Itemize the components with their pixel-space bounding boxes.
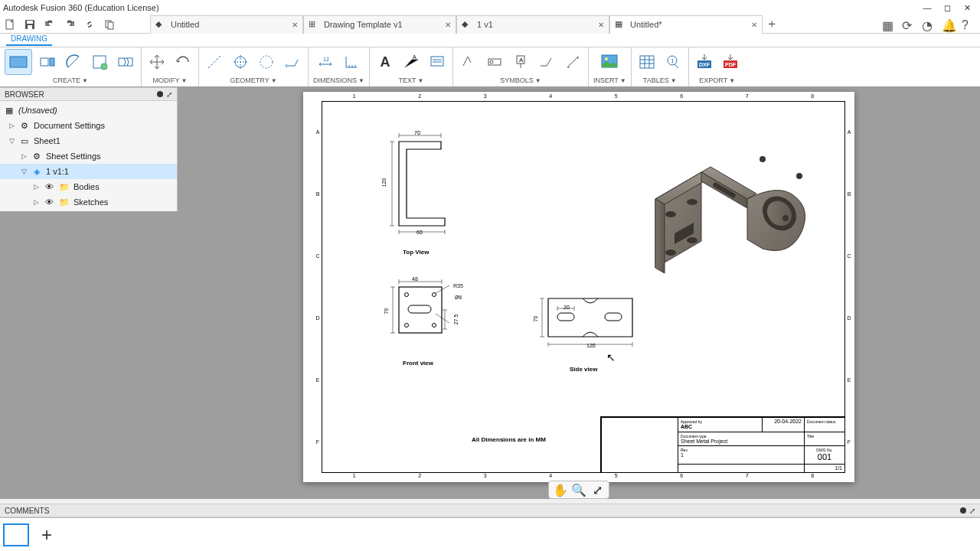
close-button[interactable]: ✕: [957, 3, 977, 13]
base-view-button[interactable]: [5, 49, 32, 75]
move-button[interactable]: [146, 51, 168, 73]
svg-point-22: [605, 57, 608, 60]
sheet-tabs: +: [0, 517, 980, 551]
link-button[interactable]: [80, 15, 100, 34]
svg-rect-6: [10, 57, 27, 67]
close-icon[interactable]: ✕: [751, 21, 757, 29]
tree-bodies[interactable]: ▷👁📁Bodies: [0, 179, 177, 194]
leader-button[interactable]: A: [400, 51, 422, 73]
export-dxf-button[interactable]: DXF: [694, 51, 715, 73]
feature-control-button[interactable]: [484, 51, 505, 73]
export-pdf-button[interactable]: PDF: [720, 51, 741, 73]
isometric-view[interactable]: [632, 99, 831, 283]
dim-dia6: Ø6: [455, 295, 462, 300]
tab-template[interactable]: ⊞Drawing Template v1✕: [303, 15, 456, 34]
tab-1v1[interactable]: ◆1 v1✕: [456, 15, 609, 34]
bend-button[interactable]: [562, 51, 583, 73]
refresh-icon[interactable]: ⟳: [902, 18, 914, 31]
comments-header[interactable]: COMMENTS⤢: [0, 504, 980, 517]
rotate-button[interactable]: [172, 51, 194, 73]
dim-70: 70: [414, 130, 420, 135]
detail-view-button[interactable]: [89, 51, 110, 73]
svg-point-44: [760, 156, 766, 162]
eye-icon[interactable]: 👁: [43, 181, 55, 193]
side-view-label: Side view: [570, 366, 597, 373]
section-view-button[interactable]: [63, 51, 84, 73]
projected-view-button[interactable]: [37, 51, 58, 73]
title-block[interactable]: Approved byABC 20-04-2022 Document statu…: [600, 416, 845, 473]
drawing-canvas[interactable]: 12345678 12345678 ABCDEF ABCDEF 70 120 6…: [178, 87, 980, 499]
extensions-icon[interactable]: ▦: [882, 18, 894, 31]
tree-sheet1[interactable]: ▽▭Sheet1: [0, 133, 177, 148]
svg-text:A: A: [519, 57, 524, 64]
title-bar: Autodesk Fusion 360 (Education License) …: [0, 0, 980, 15]
break-view-button[interactable]: [115, 51, 136, 73]
clock-icon[interactable]: ◔: [922, 18, 934, 31]
svg-rect-7: [41, 58, 48, 66]
note-button[interactable]: [426, 51, 448, 73]
tab-untitled[interactable]: ◆Untitled✕: [150, 15, 303, 34]
help-icon[interactable]: ?: [962, 18, 974, 31]
tree-root[interactable]: ▦(Unsaved): [0, 103, 177, 118]
view-nav-bar: ✋ 🔍 ⤢: [548, 481, 609, 499]
minimize-button[interactable]: —: [917, 3, 937, 12]
copy-button[interactable]: [100, 15, 119, 34]
table-button[interactable]: [636, 51, 658, 73]
zoom-window-button[interactable]: 🔍: [572, 483, 586, 497]
tree-sketches[interactable]: ▷👁📁Sketches: [0, 194, 177, 210]
svg-point-33: [405, 324, 409, 328]
redo-button[interactable]: [60, 15, 80, 34]
file-menu[interactable]: [0, 15, 20, 34]
document-tabs: ◆Untitled✕ ⊞Drawing Template v1✕ ◆1 v1✕ …: [150, 15, 882, 34]
ordinate-button[interactable]: [341, 51, 362, 73]
svg-rect-35: [408, 305, 431, 313]
side-view[interactable]: [525, 287, 663, 371]
save-button[interactable]: [20, 15, 40, 34]
dim-48: 48: [412, 276, 418, 282]
close-icon[interactable]: ✕: [445, 21, 451, 29]
browser-header[interactable]: BROWSER⤢: [0, 87, 177, 101]
text-button[interactable]: A: [374, 51, 396, 73]
drawing-sheet[interactable]: 12345678 12345678 ABCDEF ABCDEF 70 120 6…: [303, 92, 854, 482]
dimensions-note: All Dimensions are in MM: [472, 436, 546, 443]
svg-text:PDF: PDF: [725, 62, 737, 67]
balloon-button[interactable]: 1: [662, 51, 684, 73]
pan-button[interactable]: ✋: [554, 483, 567, 497]
svg-point-13: [260, 56, 273, 68]
surface-texture-button[interactable]: [458, 51, 479, 73]
svg-point-31: [405, 293, 409, 297]
tree-doc-settings[interactable]: ▷⚙Document Settings: [0, 118, 177, 133]
notification-icon[interactable]: 🔔: [942, 18, 954, 31]
centermark-button[interactable]: [230, 51, 251, 73]
add-sheet-button[interactable]: +: [35, 524, 58, 546]
edge-extension-button[interactable]: [282, 51, 303, 73]
close-icon[interactable]: ✕: [292, 21, 298, 29]
tree-sheet-settings[interactable]: ▷⚙Sheet Settings: [0, 148, 177, 164]
sheet-thumbnail-1[interactable]: [3, 523, 29, 546]
svg-point-39: [687, 199, 697, 205]
tab-untitled-star[interactable]: ▦Untitled*✕: [609, 15, 763, 34]
svg-point-45: [796, 173, 802, 179]
dim-120s: 120: [586, 343, 596, 348]
ribbon-tab-drawing[interactable]: DRAWING: [6, 34, 52, 46]
centermark-pattern-button[interactable]: [256, 51, 277, 73]
close-icon[interactable]: ✕: [598, 21, 604, 29]
dimension-button[interactable]: 12: [315, 51, 336, 73]
dim-70: 70: [384, 308, 389, 315]
centerline-button[interactable]: [204, 51, 225, 73]
svg-point-18: [490, 60, 493, 64]
group-modify: MODIFY▼: [142, 47, 199, 86]
template-icon: ⊞: [309, 19, 319, 30]
svg-rect-37: [605, 313, 622, 321]
eye-icon[interactable]: 👁: [43, 196, 55, 208]
datum-id-button[interactable]: A: [510, 51, 531, 73]
undo-button[interactable]: [40, 15, 60, 34]
weld-button[interactable]: [536, 51, 557, 73]
tree-view[interactable]: ▽◈1 v1:1: [0, 164, 177, 179]
front-view[interactable]: [376, 272, 483, 356]
maximize-button[interactable]: ◻: [937, 3, 957, 13]
image-button[interactable]: [599, 51, 620, 73]
group-export: DXF PDF EXPORT▼: [689, 47, 746, 86]
zoom-fit-button[interactable]: ⤢: [590, 483, 604, 497]
new-tab-button[interactable]: ＋: [763, 15, 781, 34]
